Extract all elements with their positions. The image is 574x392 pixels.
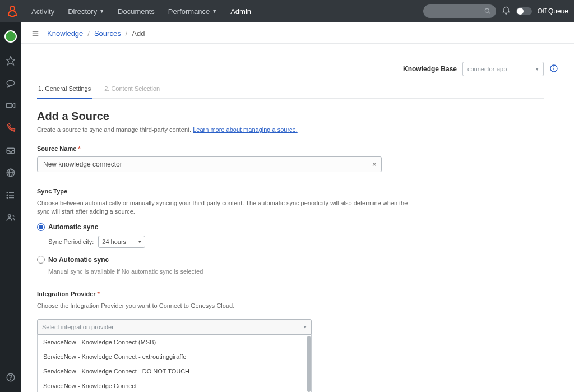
svg-line-2 bbox=[489, 12, 490, 14]
knowledge-base-value: connector-app bbox=[467, 66, 507, 72]
integration-provider-heading: Integration Provider * bbox=[37, 290, 544, 297]
topbar-right: Off Queue bbox=[423, 4, 568, 18]
chat-icon bbox=[6, 78, 16, 88]
learn-more-link[interactable]: Learn more about managing a source. bbox=[193, 126, 298, 133]
sidebar-chat[interactable] bbox=[0, 73, 21, 93]
source-name-label: Source Name * bbox=[37, 145, 544, 152]
wizard-tabs: 1. General Settings 2. Content Selection bbox=[37, 85, 544, 99]
left-rail bbox=[0, 22, 21, 392]
radio-icon bbox=[37, 256, 45, 264]
svg-point-14 bbox=[7, 192, 8, 193]
svg-point-0 bbox=[10, 6, 15, 11]
star-icon bbox=[6, 56, 16, 66]
globe-icon bbox=[6, 168, 16, 178]
breadcrumb-sources[interactable]: Sources bbox=[94, 29, 121, 38]
sidebar-favorites[interactable] bbox=[0, 50, 21, 71]
nav-activity[interactable]: Activity bbox=[26, 2, 60, 21]
sidebar-list[interactable] bbox=[0, 185, 21, 205]
top-nav: Activity Directory▼ Documents Performanc… bbox=[26, 2, 257, 21]
info-button[interactable] bbox=[549, 64, 558, 75]
help-icon bbox=[6, 372, 16, 382]
list-icon bbox=[6, 190, 16, 200]
people-icon bbox=[6, 213, 16, 223]
desc-text: Create a source to sync and manage third… bbox=[37, 126, 193, 133]
sidebar-people[interactable] bbox=[0, 207, 21, 228]
sync-periodicity-value: 24 hours bbox=[102, 238, 126, 245]
svg-line-6 bbox=[7, 124, 15, 132]
radio-no-automatic-sync[interactable]: No Automatic sync bbox=[37, 256, 544, 264]
knowledge-base-select[interactable]: connector-app ▾ bbox=[462, 62, 544, 76]
required-mark: * bbox=[78, 145, 80, 152]
provider-option[interactable]: ServiceNow - Knowledge Connect - DO NOT … bbox=[38, 364, 311, 379]
phone-off-icon bbox=[6, 123, 16, 133]
chevron-down-icon: ▼ bbox=[212, 8, 217, 14]
info-icon bbox=[549, 64, 558, 73]
sidebar-inbox[interactable] bbox=[0, 140, 21, 160]
svg-point-25 bbox=[554, 67, 554, 67]
menu-toggle[interactable] bbox=[31, 30, 39, 38]
nav-documents[interactable]: Documents bbox=[112, 2, 160, 21]
knowledge-base-row: Knowledge Base connector-app ▾ bbox=[21, 44, 574, 85]
no-auto-sync-help: Manual sync is available if No automatic… bbox=[37, 268, 544, 275]
chevron-down-icon: ▼ bbox=[99, 8, 104, 14]
sidebar-phone-disabled[interactable] bbox=[0, 118, 21, 138]
radio-icon bbox=[37, 223, 45, 231]
hamburger-icon bbox=[31, 30, 39, 38]
sidebar-help[interactable] bbox=[0, 367, 21, 388]
nav-admin[interactable]: Admin bbox=[225, 2, 257, 21]
breadcrumb-knowledge[interactable]: Knowledge bbox=[47, 29, 83, 38]
integration-provider-help: Choose the Integration Provider you want… bbox=[37, 302, 418, 310]
sync-periodicity-row: Sync Periodicity: 24 hours ▾ bbox=[37, 236, 544, 248]
video-icon bbox=[6, 100, 16, 110]
search-icon bbox=[484, 7, 492, 15]
radio-automatic-sync[interactable]: Automatic sync bbox=[37, 223, 544, 231]
tab-general-settings[interactable]: 1. General Settings bbox=[37, 85, 92, 99]
top-bar: Activity Directory▼ Documents Performanc… bbox=[0, 0, 574, 22]
svg-marker-5 bbox=[13, 103, 15, 108]
svg-point-19 bbox=[11, 379, 11, 380]
chevron-down-icon: ▾ bbox=[304, 324, 307, 330]
sync-periodicity-select[interactable]: 24 hours ▾ bbox=[98, 236, 145, 248]
notifications-button[interactable] bbox=[502, 6, 511, 17]
source-name-label-text: Source Name bbox=[37, 145, 78, 152]
source-name-value: New knowledge connector bbox=[43, 160, 122, 168]
integration-provider-placeholder: Select integration provider bbox=[42, 324, 114, 330]
breadcrumb: Knowledge / Sources / Add bbox=[21, 22, 574, 44]
user-avatar[interactable] bbox=[4, 30, 17, 43]
sync-type-help: Choose between automatically or manually… bbox=[37, 199, 418, 216]
main-panel: Knowledge / Sources / Add Knowledge Base… bbox=[21, 22, 574, 392]
nav-directory[interactable]: Directory▼ bbox=[62, 2, 110, 21]
source-name-input[interactable]: New knowledge connector × bbox=[37, 156, 382, 172]
integration-provider-select[interactable]: Select integration provider ▾ bbox=[37, 319, 312, 335]
page-description: Create a source to sync and manage third… bbox=[37, 126, 544, 133]
integration-provider-section: Integration Provider * Choose the Integr… bbox=[37, 290, 544, 392]
integration-provider-heading-text: Integration Provider bbox=[37, 290, 98, 297]
search-input[interactable] bbox=[423, 4, 496, 18]
sidebar-video[interactable] bbox=[0, 95, 21, 116]
nav-label: Performance bbox=[168, 7, 210, 16]
page-title: Add a Source bbox=[37, 110, 544, 123]
tab-content-selection[interactable]: 2. Content Selection bbox=[103, 85, 161, 98]
sync-type-heading: Sync Type bbox=[37, 188, 544, 195]
clear-input-button[interactable]: × bbox=[372, 160, 377, 169]
queue-status-label: Off Queue bbox=[538, 7, 568, 15]
nav-label: Directory bbox=[68, 7, 97, 16]
svg-marker-3 bbox=[7, 57, 15, 65]
integration-provider-dropdown: ServiceNow - Knowledge Connect (MSB) Ser… bbox=[37, 335, 312, 392]
radio-label: No Automatic sync bbox=[48, 256, 109, 264]
svg-point-1 bbox=[485, 8, 489, 12]
sync-type-section: Sync Type Choose between automatically o… bbox=[37, 188, 544, 275]
queue-toggle[interactable] bbox=[516, 7, 532, 15]
scrollbar-thumb[interactable] bbox=[307, 336, 311, 392]
provider-option[interactable]: ServiceNow - Knowledge Connect (MSB) bbox=[38, 335, 311, 349]
sidebar-globe[interactable] bbox=[0, 163, 21, 183]
radio-label: Automatic sync bbox=[48, 223, 98, 231]
provider-option[interactable]: ServiceNow - Knowledge Connect bbox=[38, 379, 311, 392]
breadcrumb-current: Add bbox=[132, 29, 145, 38]
nav-performance[interactable]: Performance▼ bbox=[163, 2, 223, 21]
chevron-down-icon: ▾ bbox=[536, 66, 539, 72]
breadcrumb-separator: / bbox=[87, 29, 90, 38]
provider-option[interactable]: ServiceNow - Knowledge Connect - extrout… bbox=[38, 349, 311, 364]
sync-periodicity-label: Sync Periodicity: bbox=[48, 238, 94, 245]
svg-point-17 bbox=[8, 215, 11, 218]
